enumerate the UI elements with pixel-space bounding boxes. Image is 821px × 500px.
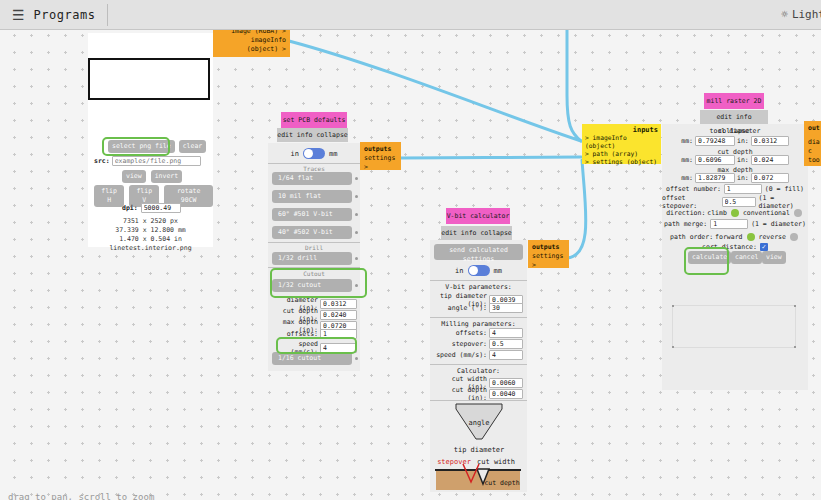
forward-radio[interactable] bbox=[747, 233, 755, 241]
angle-label: angle (°): bbox=[448, 304, 487, 312]
vbit-node-body: send calculated settings in mm V-bit par… bbox=[430, 240, 527, 492]
mill-outputs-node-clipped[interactable]: out dia c too bbox=[804, 121, 821, 166]
inputs-node-title: inputs bbox=[585, 126, 658, 134]
milling-offsets-label: offsets: bbox=[456, 329, 487, 337]
divider bbox=[268, 267, 360, 268]
mm-label: mm: bbox=[681, 137, 693, 145]
port-dot bbox=[355, 195, 358, 198]
clipped-port-cut[interactable]: c bbox=[808, 147, 817, 156]
calc-cut-depth-input[interactable] bbox=[489, 389, 523, 399]
pcb-outputs-node[interactable]: outputs settings > bbox=[360, 142, 401, 170]
climb-label: climb bbox=[707, 209, 727, 217]
angle-input[interactable] bbox=[489, 303, 523, 313]
vbit-outputs-title: outputs bbox=[532, 243, 565, 252]
offset-number-label: offset number: bbox=[666, 185, 721, 193]
vbit-unit-toggle[interactable] bbox=[468, 265, 490, 276]
climb-radio[interactable] bbox=[731, 209, 739, 217]
clipped-port-tool[interactable]: too bbox=[808, 156, 817, 165]
offset-stepover-input[interactable] bbox=[722, 197, 756, 207]
mill-preview-area bbox=[672, 305, 796, 348]
input-port-settings[interactable]: > settings (object) bbox=[585, 158, 658, 166]
vbit-diagram: angle tip diameter stepover cut width cu… bbox=[433, 402, 524, 492]
pcb-trace-10mil-flat-button[interactable]: 10 mil flat bbox=[272, 190, 352, 203]
pcb-unit-in-label: in bbox=[291, 150, 299, 158]
port-imageinfo-object[interactable]: imageInfo (object) > bbox=[217, 36, 286, 54]
pcb-cutout-1-16-button[interactable]: 1/16 cutout bbox=[272, 352, 352, 365]
pcb-node-title[interactable]: set PCB defaults bbox=[281, 112, 347, 128]
wire-top-to-inputs bbox=[567, 28, 581, 141]
mill-node-title[interactable]: mill raster 2D bbox=[704, 93, 764, 109]
mods-canvas[interactable]: image (RGBA) > imageInfo (object) > sele… bbox=[0, 0, 821, 500]
offset-number-input[interactable] bbox=[724, 184, 762, 194]
menu-icon[interactable]: ☰ bbox=[12, 7, 25, 23]
clear-button[interactable]: clear bbox=[179, 140, 207, 153]
vbit-node-title[interactable]: V-bit calculator bbox=[446, 208, 510, 224]
pcb-settings-port[interactable]: settings > bbox=[364, 154, 397, 172]
input-port-path[interactable]: > path (array) bbox=[585, 150, 658, 158]
corner-mark bbox=[794, 346, 796, 348]
milling-speed-input[interactable] bbox=[489, 350, 523, 360]
offset-stepover-label: offset stepover: bbox=[662, 194, 719, 210]
path-merge-input[interactable] bbox=[710, 219, 748, 229]
tool-diameter-in-input[interactable] bbox=[751, 136, 789, 146]
view-button[interactable]: view bbox=[762, 251, 786, 264]
pcb-trace-60deg-vbit-button[interactable]: 60° #501 V-bit bbox=[272, 208, 352, 221]
toggle-knob bbox=[304, 149, 313, 158]
send-calculated-settings-button[interactable]: send calculated settings bbox=[434, 244, 523, 260]
divider bbox=[268, 242, 360, 243]
cut-depth-in-input[interactable] bbox=[751, 155, 789, 165]
dpi-label: dpi: bbox=[122, 204, 138, 212]
src-label: src: bbox=[94, 157, 110, 165]
pcb-trace-1-64-flat-button[interactable]: 1/64 flat bbox=[272, 172, 352, 185]
mill-node-menubar[interactable]: edit info collapse bbox=[700, 110, 768, 124]
pcb-offsets-input[interactable] bbox=[320, 329, 357, 339]
pcb-drill-1-32-button[interactable]: 1/32 drill bbox=[272, 252, 352, 265]
path-order-label: path order: bbox=[670, 233, 713, 241]
pcb-unit-toggle[interactable] bbox=[303, 148, 325, 159]
cut-depth-mm-input[interactable] bbox=[695, 155, 735, 165]
mill-inputs-node[interactable]: inputs > imageInfo (object) > path (arra… bbox=[582, 124, 661, 164]
conventional-label: conventional bbox=[743, 209, 790, 217]
path-merge-label: path merge: bbox=[664, 220, 707, 228]
max-depth-mm-input[interactable] bbox=[695, 173, 735, 183]
milling-speed-label: speed (mm/s): bbox=[436, 351, 487, 359]
dpi-input[interactable] bbox=[141, 203, 181, 213]
diagram-cut-depth-label: cut depth bbox=[484, 479, 519, 487]
theme-label: Light bbox=[792, 8, 821, 21]
divider bbox=[268, 163, 360, 164]
conventional-radio[interactable] bbox=[794, 209, 802, 217]
corner-mark bbox=[672, 305, 674, 307]
max-depth-in-input[interactable] bbox=[751, 173, 789, 183]
flip-h-button[interactable]: flip H bbox=[94, 185, 124, 207]
view-button[interactable]: view bbox=[122, 170, 146, 183]
vbit-node-menubar[interactable]: edit info collapse bbox=[441, 226, 512, 240]
pcb-offsets-label: offsets: bbox=[287, 330, 318, 338]
pcb-traces-label: Traces bbox=[268, 165, 360, 172]
direction-label: direction: bbox=[666, 209, 705, 217]
pcb-node-menubar[interactable]: edit info collapse bbox=[277, 128, 348, 142]
vbit-settings-port[interactable]: settings > bbox=[532, 252, 565, 270]
pcb-cutout-1-32-button[interactable]: 1/32 cutout bbox=[272, 279, 352, 292]
invert-button[interactable]: invert bbox=[151, 170, 182, 183]
calculate-button[interactable]: calculate bbox=[688, 251, 731, 264]
cancel-button[interactable]: cancel bbox=[731, 251, 762, 264]
diagram-cut-width-label: cut width bbox=[477, 458, 515, 466]
sort-distance-checkbox[interactable]: ✓ bbox=[760, 243, 768, 251]
milling-offsets-input[interactable] bbox=[489, 328, 523, 338]
port-dot bbox=[355, 213, 358, 216]
milling-stepover-input[interactable] bbox=[489, 339, 523, 349]
pcb-node-body: in mm Traces 1/64 flat 10 mil flat 60° #… bbox=[268, 143, 360, 371]
divider bbox=[430, 400, 527, 401]
src-input[interactable] bbox=[112, 156, 201, 166]
in-label: in: bbox=[737, 174, 749, 182]
vbit-unit-in-label: in bbox=[455, 267, 463, 275]
programs-title[interactable]: Programs bbox=[34, 8, 96, 22]
reverse-radio[interactable] bbox=[790, 233, 798, 241]
pcb-trace-40deg-vbit-button[interactable]: 40° #502 V-bit bbox=[272, 226, 352, 239]
input-port-imageinfo[interactable]: > imageInfo (object) bbox=[585, 134, 658, 150]
vbit-outputs-node[interactable]: outputs settings > bbox=[528, 240, 569, 268]
port-dot bbox=[355, 284, 358, 287]
theme-toggle[interactable]: ☼Light bbox=[781, 8, 821, 21]
clipped-port-diameter[interactable]: dia bbox=[808, 138, 817, 147]
select-png-file-button[interactable]: select png file bbox=[108, 140, 175, 153]
